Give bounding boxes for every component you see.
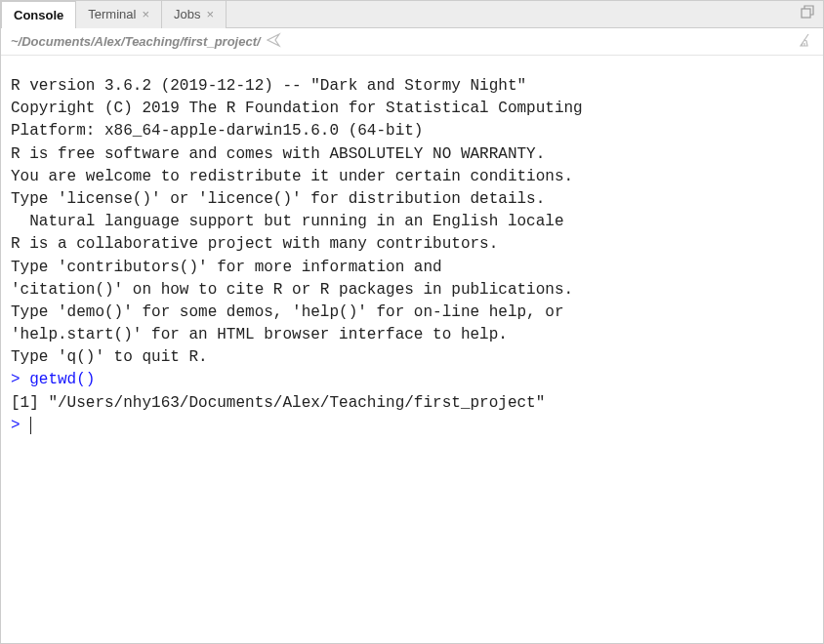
send-icon[interactable] xyxy=(267,32,282,51)
banner-line: 'citation()' on how to cite R or R packa… xyxy=(11,279,813,302)
console-command-line: > getwd() xyxy=(11,369,813,391)
working-directory-path[interactable]: ~/Documents/Alex/Teaching/first_project/ xyxy=(11,34,261,49)
tab-label: Terminal xyxy=(88,7,136,21)
prompt-symbol: > xyxy=(11,371,29,388)
tab-console[interactable]: Console xyxy=(1,1,76,28)
command-text: getwd() xyxy=(29,371,95,388)
banner-line: Type 'contributors()' for more informati… xyxy=(11,257,813,279)
banner-line: R version 3.6.2 (2019-12-12) -- "Dark an… xyxy=(11,75,813,98)
prompt-symbol: > xyxy=(11,417,29,434)
tab-label: Console xyxy=(14,8,63,22)
banner-line: Platform: x86_64-apple-darwin15.6.0 (64-… xyxy=(11,120,813,142)
tab-label: Jobs xyxy=(174,7,200,21)
path-bar: ~/Documents/Alex/Teaching/first_project/ xyxy=(1,28,823,56)
tab-jobs[interactable]: Jobs × xyxy=(162,1,227,28)
close-icon[interactable]: × xyxy=(142,8,149,20)
banner-line: Natural language support but running in … xyxy=(11,211,813,233)
console-output[interactable]: R version 3.6.2 (2019-12-12) -- "Dark an… xyxy=(1,56,823,643)
banner-line: You are welcome to redistribute it under… xyxy=(11,166,813,188)
svg-rect-0 xyxy=(802,9,810,18)
tabbar-actions xyxy=(800,5,823,23)
output-line: [1] "/Users/nhy163/Documents/Alex/Teachi… xyxy=(11,392,813,415)
banner-line: Type 'q()' to quit R. xyxy=(11,346,813,369)
console-input-line[interactable]: > xyxy=(11,415,813,437)
banner-line: R is a collaborative project with many c… xyxy=(11,233,813,256)
banner-line: 'help.start()' for an HTML browser inter… xyxy=(11,324,813,346)
text-cursor xyxy=(30,417,31,434)
svg-line-1 xyxy=(804,34,808,40)
banner-line: Type 'license()' or 'licence()' for dist… xyxy=(11,188,813,211)
tab-terminal[interactable]: Terminal × xyxy=(76,1,162,28)
tab-bar: Console Terminal × Jobs × xyxy=(1,1,823,28)
clear-console-icon[interactable] xyxy=(798,32,813,51)
banner-line: R is free software and comes with ABSOLU… xyxy=(11,143,813,166)
maximize-icon[interactable] xyxy=(800,5,815,23)
banner-line: Copyright (C) 2019 The R Foundation for … xyxy=(11,98,813,120)
console-pane: Console Terminal × Jobs × ~/Documents/Al… xyxy=(0,0,824,644)
banner-line: Type 'demo()' for some demos, 'help()' f… xyxy=(11,302,813,324)
close-icon[interactable]: × xyxy=(206,8,214,20)
